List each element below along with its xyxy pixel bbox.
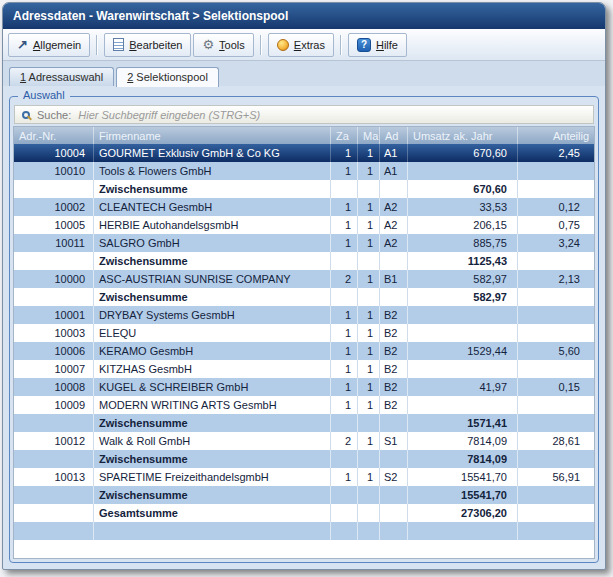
tab-selektionspool[interactable]: 2 Selektionspool	[116, 67, 219, 87]
cell-ad	[380, 252, 408, 270]
table-row-total[interactable]: Gesamtsumme27306,20	[14, 504, 594, 522]
search-input[interactable]: Suche: Hier Suchbegriff eingeben (STRG+S…	[14, 105, 594, 124]
cell-umsatz: 1125,43	[408, 252, 518, 270]
cell-umsatz: 41,97	[408, 378, 518, 396]
table-row[interactable]: 10005HERBIE AutohandelsgsmbH11A2206,150,…	[14, 216, 594, 234]
table-row-subtotal[interactable]: Zwischensumme7814,09	[14, 450, 594, 468]
cell-za: 1	[331, 198, 358, 216]
cell-name: Zwischensumme	[94, 252, 331, 270]
cell-za: 1	[331, 468, 358, 486]
cell-ad: B2	[380, 396, 408, 414]
cell-umsatz	[408, 306, 518, 324]
column-header-adr-nr[interactable]: Adr.-Nr.	[14, 127, 94, 144]
cell-name: SPARETIME FreizeithandelsgmbH	[94, 468, 331, 486]
toolbar: ↗ Allgemein Bearbeiten ⚙ Tools Extras ? …	[3, 29, 605, 61]
toolbar-button-tools[interactable]: ⚙ Tools	[193, 33, 253, 57]
cell-ma: 1	[358, 198, 380, 216]
cell-adr: 10012	[14, 432, 94, 450]
table-row[interactable]: 10003ELEQU11B2	[14, 324, 594, 342]
cell-umsatz	[408, 360, 518, 378]
cell-umsatz: 27306,20	[408, 504, 518, 522]
cell-ad: A2	[380, 216, 408, 234]
title-bar[interactable]: Adressdaten - Warenwirtschaft > Selektio…	[3, 3, 605, 29]
cell-umsatz: 885,75	[408, 234, 518, 252]
cell-ma	[358, 288, 380, 306]
table-row-subtotal[interactable]: Zwischensumme1125,43	[14, 252, 594, 270]
cell-za: 1	[331, 342, 358, 360]
table-row[interactable]: 10010Tools & Flowers GmbH11A1	[14, 162, 594, 180]
cell-name: KERAMO GesmbH	[94, 342, 331, 360]
cell-adr: 10008	[14, 378, 94, 396]
table-row[interactable]: 10009MODERN WRITING ARTS GesmbH11B2	[14, 396, 594, 414]
column-header-ad[interactable]: Ad	[380, 127, 408, 144]
cell-ma: 1	[358, 468, 380, 486]
cell-umsatz: 582,97	[408, 270, 518, 288]
cell-anteilig	[518, 360, 594, 378]
toolbar-button-extras[interactable]: Extras	[268, 33, 334, 57]
toolbar-button-label: Extras	[294, 39, 325, 51]
cell-za: 1	[331, 378, 358, 396]
cell-ma: 1	[358, 270, 380, 288]
table-row[interactable]: 10011SALGRO GmbH11A2885,753,24	[14, 234, 594, 252]
auswahl-groupbox: Auswahl Suche: Hier Suchbegriff eingeben…	[9, 96, 599, 563]
cell-ad	[380, 414, 408, 432]
cell-umsatz: 33,53	[408, 198, 518, 216]
cell-anteilig: 2,13	[518, 270, 594, 288]
cell-ma	[358, 180, 380, 198]
table-row[interactable]: 10004GOURMET Exklusiv GmbH & Co KG11A167…	[14, 144, 594, 162]
cell-ma	[358, 522, 380, 540]
document-icon	[113, 38, 124, 51]
cell-adr: 10007	[14, 360, 94, 378]
cell-anteilig: 0,15	[518, 378, 594, 396]
cell-umsatz: 1529,44	[408, 342, 518, 360]
table-row-subtotal[interactable]: Zwischensumme15541,70	[14, 486, 594, 504]
toolbar-button-hilfe[interactable]: ? Hilfe	[348, 33, 407, 57]
cell-umsatz	[408, 162, 518, 180]
cell-ad	[380, 288, 408, 306]
table-row[interactable]: 10006KERAMO GesmbH11B21529,445,60	[14, 342, 594, 360]
selektionspool-table: Adr.-Nr. Firmenname Za Ma Ad Umsatz ak. …	[13, 126, 595, 559]
table-row-subtotal[interactable]: Zwischensumme582,97	[14, 288, 594, 306]
cell-za: 1	[331, 162, 358, 180]
cell-name: ASC-AUSTRIAN SUNRISE COMPANY	[94, 270, 331, 288]
column-header-firmenname[interactable]: Firmenname	[94, 127, 331, 144]
cell-adr	[14, 414, 94, 432]
table-row[interactable]: 10013SPARETIME FreizeithandelsgmbH11S215…	[14, 468, 594, 486]
tab-adressauswahl[interactable]: 1 Adressauswahl	[9, 67, 114, 86]
cell-ad: B1	[380, 270, 408, 288]
search-label: Suche:	[37, 109, 71, 121]
table-row[interactable]: 10001DRYBAY Systems GesmbH11B2	[14, 306, 594, 324]
cell-za: 1	[331, 306, 358, 324]
table-row[interactable]: 10002CLEANTECH GesmbH11A233,530,12	[14, 198, 594, 216]
cell-name: SALGRO GmbH	[94, 234, 331, 252]
cell-ma	[358, 450, 380, 468]
table-row-subtotal[interactable]: Zwischensumme1571,41	[14, 414, 594, 432]
cell-ad: B2	[380, 324, 408, 342]
column-header-umsatz[interactable]: Umsatz ak. Jahr	[408, 127, 518, 144]
cell-name: Zwischensumme	[94, 180, 331, 198]
column-header-za[interactable]: Za	[331, 127, 358, 144]
cell-anteilig	[518, 450, 594, 468]
cell-adr: 10006	[14, 342, 94, 360]
search-placeholder: Hier Suchbegriff eingeben (STRG+S)	[78, 109, 260, 121]
column-header-ma[interactable]: Ma	[358, 127, 380, 144]
cell-name: KUGEL & SCHREIBER GmbH	[94, 378, 331, 396]
cell-ad: A1	[380, 162, 408, 180]
cell-za	[331, 450, 358, 468]
cell-umsatz: 670,60	[408, 180, 518, 198]
table-row[interactable]: 10000ASC-AUSTRIAN SUNRISE COMPANY21B1582…	[14, 270, 594, 288]
cell-adr	[14, 252, 94, 270]
table-row[interactable]: 10012Walk & Roll GmbH21S17814,0928,61	[14, 432, 594, 450]
toolbar-button-bearbeiten[interactable]: Bearbeiten	[104, 33, 191, 57]
table-row-empty[interactable]	[14, 522, 594, 540]
column-header-anteilig[interactable]: Anteilig	[518, 127, 594, 144]
table-row[interactable]: 10007KITZHAS GesmbH11B2	[14, 360, 594, 378]
cell-za: 1	[331, 216, 358, 234]
table-row-subtotal[interactable]: Zwischensumme670,60	[14, 180, 594, 198]
cell-za: 1	[331, 396, 358, 414]
app-window: Adressdaten - Warenwirtschaft > Selektio…	[2, 2, 606, 570]
cell-ma: 1	[358, 324, 380, 342]
cell-name: MODERN WRITING ARTS GesmbH	[94, 396, 331, 414]
toolbar-button-allgemein[interactable]: ↗ Allgemein	[8, 33, 90, 57]
table-row[interactable]: 10008KUGEL & SCHREIBER GmbH11B241,970,15	[14, 378, 594, 396]
